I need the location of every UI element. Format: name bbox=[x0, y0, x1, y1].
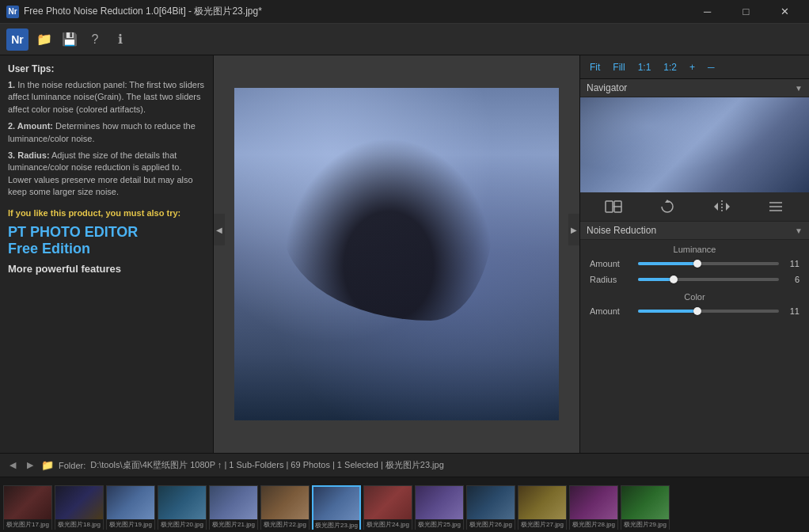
svg-marker-6 bbox=[726, 203, 730, 211]
help-button[interactable]: ? bbox=[85, 30, 104, 49]
flip-icon[interactable] bbox=[710, 197, 734, 216]
maximize-button[interactable]: □ bbox=[728, 0, 764, 24]
tool-icons-row bbox=[580, 192, 809, 222]
film-thumb-label: 极光图片17.jpg bbox=[4, 519, 51, 530]
film-thumb[interactable]: 极光图片23.jpg bbox=[312, 485, 361, 530]
titlebar-controls: ─ □ ✕ bbox=[689, 0, 803, 24]
promo-title: PT PHOTO EDITOR Free Edition bbox=[8, 224, 205, 258]
tip-3: 3. Radius: Adjust the size of the detail… bbox=[8, 150, 205, 199]
film-thumb-image bbox=[261, 486, 309, 519]
nav-arrow-left[interactable]: ◀ bbox=[214, 214, 225, 245]
film-thumb-image bbox=[4, 486, 51, 519]
zoom-in-button[interactable]: + bbox=[686, 60, 698, 74]
tip-2-keyword: Amount: bbox=[17, 121, 53, 131]
navigator-title: Navigator bbox=[587, 82, 627, 93]
film-thumb-image bbox=[107, 486, 154, 519]
fill-button[interactable]: Fill bbox=[610, 60, 628, 74]
film-thumb[interactable]: 极光图片25.jpg bbox=[415, 485, 464, 530]
noise-reduction-panel: Noise Reduction ▼ Luminance Amount 11 Ra… bbox=[580, 222, 809, 453]
film-thumb[interactable]: 极光图片20.jpg bbox=[158, 485, 207, 530]
film-thumb-label: 极光图片28.jpg bbox=[570, 519, 617, 530]
zoom-out-button[interactable]: ─ bbox=[705, 60, 718, 74]
film-thumb[interactable]: 极光图片21.jpg bbox=[209, 485, 258, 530]
film-thumb-image bbox=[570, 486, 617, 519]
filmstrip: 极光图片17.jpg极光图片18.jpg极光图片19.jpg极光图片20.jpg… bbox=[0, 477, 809, 532]
color-section-label: Color bbox=[580, 287, 809, 303]
film-thumb[interactable]: 极光图片22.jpg bbox=[260, 485, 310, 530]
film-thumb[interactable]: 极光图片27.jpg bbox=[518, 485, 567, 530]
open-folder-button[interactable]: 📁 bbox=[35, 30, 54, 49]
film-thumb-image bbox=[621, 486, 669, 519]
main-image bbox=[234, 88, 559, 420]
navigator-preview bbox=[580, 97, 809, 192]
luminance-amount-thumb[interactable] bbox=[693, 260, 701, 268]
tip-1-number: 1. bbox=[8, 80, 15, 89]
navigator-header: Navigator ▼ bbox=[580, 79, 809, 97]
center-image-area bbox=[214, 55, 579, 453]
navigator-overlay bbox=[580, 97, 809, 192]
titlebar-title: Free Photo Noise Reduction 1.0[64Bit] - … bbox=[24, 5, 262, 18]
nav-forward-button[interactable]: ▶ bbox=[24, 459, 36, 472]
film-thumb-label: 极光图片20.jpg bbox=[158, 519, 206, 530]
title-bar: Nr Free Photo Noise Reduction 1.0[64Bit]… bbox=[0, 0, 809, 24]
toolbar: Nr 📁 💾 ? ℹ bbox=[0, 24, 809, 55]
tip-2: 2. Amount: Determines how much to reduce… bbox=[8, 120, 205, 145]
film-thumb-label: 极光图片26.jpg bbox=[467, 519, 515, 530]
luminance-radius-label: Radius bbox=[590, 275, 633, 284]
fit-button[interactable]: Fit bbox=[587, 60, 603, 74]
nav-arrow-right[interactable]: ▶ bbox=[568, 214, 579, 245]
navigator-toggle[interactable]: ▼ bbox=[795, 84, 803, 93]
color-amount-thumb[interactable] bbox=[693, 307, 701, 315]
film-thumb[interactable]: 极光图片17.jpg bbox=[3, 485, 52, 530]
film-thumb-image bbox=[210, 486, 257, 519]
film-thumb-label: 极光图片22.jpg bbox=[261, 519, 309, 530]
minimize-button[interactable]: ─ bbox=[689, 0, 725, 24]
compare-icon[interactable] bbox=[602, 197, 625, 216]
rotate-icon[interactable] bbox=[655, 197, 679, 216]
nav-back-button[interactable]: ◀ bbox=[6, 459, 19, 472]
main-layout: User Tips: 1. In the noise reduction pan… bbox=[0, 55, 809, 453]
film-thumb-label: 极光图片18.jpg bbox=[55, 519, 103, 530]
film-thumb-image bbox=[467, 486, 515, 519]
promo-cta: If you like this product, you must also … bbox=[8, 208, 205, 218]
noise-reduction-toggle[interactable]: ▼ bbox=[795, 226, 803, 235]
status-bar: ◀ ▶ 📁 Folder: D:\tools\桌面\4K壁纸图片 1080P ↑… bbox=[0, 453, 809, 477]
ratio-2-button[interactable]: 1:2 bbox=[660, 60, 680, 74]
app-logo: Nr bbox=[6, 28, 28, 51]
film-thumb-label: 极光图片23.jpg bbox=[313, 520, 359, 530]
tip-1: 1. In the noise reduction panel: The fir… bbox=[8, 79, 205, 116]
noise-reduction-header: Noise Reduction ▼ bbox=[580, 222, 809, 240]
info-button[interactable]: ℹ bbox=[111, 30, 130, 49]
film-thumb[interactable]: 极光图片18.jpg bbox=[55, 485, 104, 530]
film-thumb-image bbox=[364, 486, 412, 519]
luminance-amount-label: Amount bbox=[590, 259, 633, 268]
film-thumb[interactable]: 极光图片29.jpg bbox=[621, 485, 670, 530]
film-thumb-image bbox=[55, 486, 103, 519]
color-amount-row: Amount 11 bbox=[580, 303, 809, 319]
film-thumb[interactable]: 极光图片19.jpg bbox=[106, 485, 155, 530]
color-amount-value: 11 bbox=[784, 306, 800, 316]
folder-icon: 📁 bbox=[41, 459, 54, 471]
close-button[interactable]: ✕ bbox=[767, 0, 803, 24]
luminance-section-label: Luminance bbox=[580, 240, 809, 256]
color-amount-fill bbox=[638, 310, 697, 313]
luminance-amount-row: Amount 11 bbox=[580, 256, 809, 272]
svg-marker-5 bbox=[714, 203, 718, 211]
luminance-radius-thumb[interactable] bbox=[670, 276, 678, 283]
tip-3-number: 3. bbox=[8, 150, 17, 160]
folder-path: D:\tools\桌面\4K壁纸图片 1080P ↑ | 1 Sub-Folde… bbox=[90, 459, 444, 471]
noise-reduction-title: Noise Reduction bbox=[587, 225, 656, 236]
align-icon[interactable] bbox=[764, 197, 788, 216]
film-thumb[interactable]: 极光图片26.jpg bbox=[466, 485, 515, 530]
color-amount-slider[interactable] bbox=[638, 310, 779, 313]
film-thumb[interactable]: 极光图片28.jpg bbox=[569, 485, 618, 530]
film-thumb-label: 极光图片19.jpg bbox=[107, 519, 154, 530]
luminance-radius-slider[interactable] bbox=[638, 278, 779, 281]
film-thumb[interactable]: 极光图片24.jpg bbox=[363, 485, 412, 530]
ratio-1-button[interactable]: 1:1 bbox=[635, 60, 655, 74]
user-tips-title: User Tips: bbox=[8, 63, 205, 74]
luminance-amount-slider[interactable] bbox=[638, 262, 779, 265]
film-thumb-label: 极光图片29.jpg bbox=[621, 519, 669, 530]
save-button[interactable]: 💾 bbox=[60, 30, 79, 49]
luminance-radius-fill bbox=[638, 278, 674, 281]
